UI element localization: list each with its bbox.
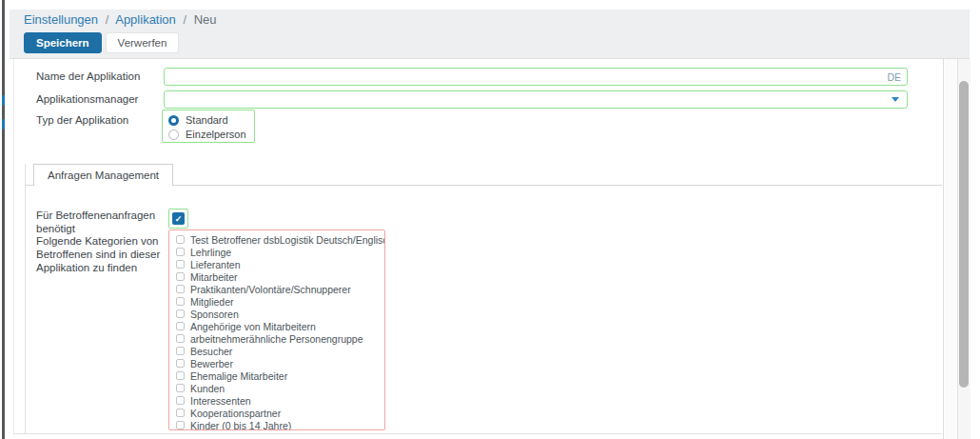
checkbox-unchecked-icon[interactable] — [176, 285, 185, 293]
checkbox-unchecked-icon[interactable] — [176, 347, 185, 355]
category-label: Besucher — [190, 346, 232, 357]
app-window: Einstellungen / Applikation / Neu Speich… — [0, 0, 980, 439]
application-type-radio-group: Standard Einzelperson — [162, 110, 255, 143]
scrollbar-gutter — [945, 59, 957, 439]
radio-unselected-icon[interactable] — [168, 130, 179, 140]
checkbox-unchecked-icon[interactable] — [176, 371, 185, 380]
category-label: Kunden — [190, 383, 225, 394]
checkbox-checked-icon[interactable]: ✓ — [172, 212, 185, 225]
checkbox-unchecked-icon[interactable] — [176, 384, 185, 392]
breadcrumb-current-neu: Neu — [194, 12, 217, 27]
chevron-down-icon[interactable] — [892, 97, 899, 102]
category-checkbox-row[interactable]: Kunden — [176, 382, 384, 394]
required-checkbox-label: Für Betroffenenanfragen benötigt — [36, 209, 155, 235]
category-label: Mitarbeiter — [190, 271, 238, 283]
breadcrumb-link-applikation[interactable]: Applikation — [115, 12, 176, 27]
name-field-label: Name der Applikation — [36, 70, 140, 82]
required-label-line1: Für Betroffenenanfragen — [36, 209, 155, 222]
breadcrumb-separator: / — [183, 12, 186, 27]
language-suffix-label: DE — [887, 71, 907, 83]
breadcrumb-separator: / — [106, 12, 109, 27]
save-button[interactable]: Speichern — [24, 32, 102, 53]
category-label: Bewerber — [190, 358, 233, 369]
category-checkbox-row[interactable]: Lehrlinge — [176, 246, 384, 258]
checkbox-unchecked-icon[interactable] — [176, 309, 185, 318]
tab-anfragen-management[interactable]: Anfragen Management — [33, 164, 173, 186]
checkbox-unchecked-icon[interactable] — [176, 322, 185, 330]
category-checkbox-row[interactable]: Mitarbeiter — [176, 270, 384, 283]
category-checkbox-row[interactable]: Angehörige von Mitarbeitern — [176, 320, 384, 332]
category-checkbox-row[interactable]: arbeitnehmerähnliche Personengruppe — [176, 332, 384, 345]
checkbox-unchecked-icon[interactable] — [176, 396, 185, 405]
required-label-line2: benötigt — [36, 222, 155, 235]
category-label: Lieferanten — [190, 259, 241, 270]
category-label: Interessenten — [190, 395, 251, 407]
manager-field-label: Applikationsmanager — [36, 93, 138, 105]
category-checkbox-row[interactable]: Lieferanten — [176, 258, 384, 270]
scrollbar-thumb[interactable] — [959, 81, 969, 388]
checkbox-unchecked-icon[interactable] — [176, 359, 185, 368]
checkbox-unchecked-icon[interactable] — [176, 409, 185, 417]
discard-button[interactable]: Verwerfen — [106, 32, 180, 53]
checkbox-unchecked-icon[interactable] — [176, 248, 185, 256]
checkbox-unchecked-icon[interactable] — [176, 272, 185, 281]
category-label: Kinder (0 bis 14 Jahre) — [190, 420, 291, 431]
category-label: Kooperationspartner — [190, 408, 281, 419]
radio-option-einzelperson[interactable]: Einzelperson — [168, 128, 254, 141]
tabview-left-border — [25, 164, 26, 434]
window-edge — [2, 0, 5, 439]
categories-label: Folgende Kategorien von Betroffenen sind… — [36, 234, 160, 274]
categories-label-line2: Betroffenen sind in dieser — [36, 248, 160, 261]
type-field-label: Typ der Applikation — [36, 114, 128, 126]
application-manager-input[interactable] — [165, 91, 892, 108]
category-checkbox-row[interactable]: Praktikanten/Volontäre/Schnupperer — [176, 283, 384, 295]
panel-bottom-border — [13, 433, 942, 434]
page-header: Einstellungen / Applikation / Neu Speich… — [10, 10, 970, 59]
radio-selected-icon[interactable] — [168, 115, 179, 126]
checkbox-unchecked-icon[interactable] — [176, 235, 185, 244]
category-label: Mitglieder — [190, 296, 234, 308]
checkbox-unchecked-icon[interactable] — [176, 421, 185, 429]
panel-left-border — [13, 59, 14, 434]
edge-accent-top — [2, 95, 5, 106]
category-label: Lehrlinge — [190, 247, 231, 258]
category-label: Praktikanten/Volontäre/Schnupperer — [190, 284, 351, 295]
category-checkbox-row[interactable]: Kooperationspartner — [176, 407, 384, 419]
toolbar: Speichern Verwerfen — [24, 32, 179, 53]
radio-option-label: Einzelperson — [186, 129, 246, 140]
required-checkbox[interactable]: ✓ — [168, 209, 188, 229]
checkbox-unchecked-icon[interactable] — [176, 334, 185, 343]
category-checkbox-row[interactable]: Sponsoren — [176, 308, 384, 320]
categories-checkbox-list: Test Betroffener dsbLogistik Deutsch/Eng… — [168, 229, 385, 430]
edge-accent-bottom — [2, 119, 5, 130]
radio-option-standard[interactable]: Standard — [168, 113, 254, 127]
checkbox-unchecked-icon[interactable] — [176, 297, 185, 306]
checkbox-unchecked-icon[interactable] — [176, 260, 185, 269]
category-label: Sponsoren — [190, 309, 239, 320]
category-checkbox-row[interactable]: Besucher — [176, 345, 384, 357]
category-label: Test Betroffener dsbLogistik Deutsch/Eng… — [190, 234, 385, 246]
category-label: arbeitnehmerähnliche Personengruppe — [190, 333, 363, 345]
application-manager-select[interactable] — [164, 90, 908, 109]
category-checkbox-row[interactable]: Ehemalige Mitarbeiter — [176, 369, 384, 382]
breadcrumb-link-einstellungen[interactable]: Einstellungen — [24, 12, 98, 27]
category-checkbox-row[interactable]: Kinder (0 bis 14 Jahre) — [176, 419, 384, 430]
radio-option-label: Standard — [186, 114, 228, 126]
categories-label-line3: Applikation zu finden — [36, 261, 160, 274]
application-name-input[interactable] — [165, 69, 887, 85]
form-panel: Name der Applikation DE Applikationsmana… — [10, 59, 944, 439]
categories-label-line1: Folgende Kategorien von — [36, 234, 160, 248]
category-checkbox-row[interactable]: Mitglieder — [176, 295, 384, 308]
name-input-wrap: DE — [164, 68, 908, 86]
category-checkbox-row[interactable]: Test Betroffener dsbLogistik Deutsch/Eng… — [176, 233, 384, 246]
breadcrumb: Einstellungen / Applikation / Neu — [24, 12, 217, 27]
category-checkbox-row[interactable]: Interessenten — [176, 394, 384, 407]
category-checkbox-row[interactable]: Bewerber — [176, 357, 384, 369]
category-label: Angehörige von Mitarbeitern — [190, 321, 316, 332]
category-label: Ehemalige Mitarbeiter — [190, 370, 287, 382]
